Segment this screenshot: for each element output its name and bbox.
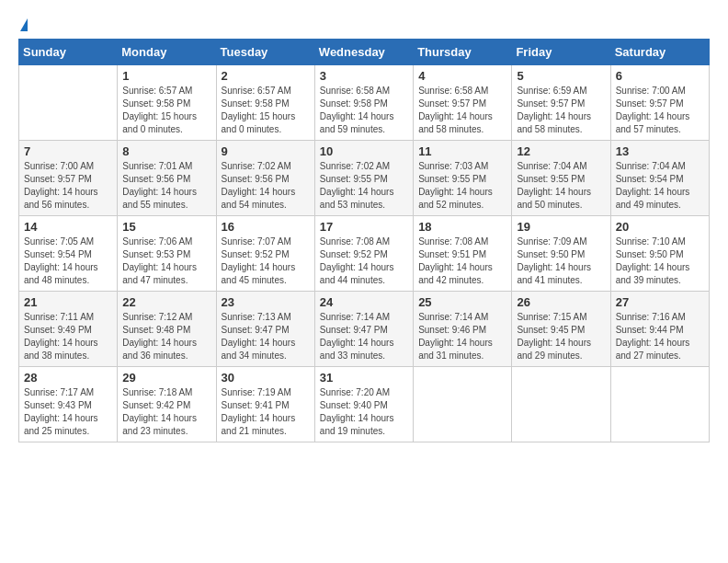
day-info: Sunrise: 7:17 AM Sunset: 9:43 PM Dayligh… bbox=[24, 386, 112, 438]
day-info: Sunrise: 7:06 AM Sunset: 9:53 PM Dayligh… bbox=[122, 236, 210, 287]
day-info: Sunrise: 7:19 AM Sunset: 9:41 PM Dayligh… bbox=[222, 386, 310, 438]
calendar-cell: 2Sunrise: 6:57 AM Sunset: 9:58 PM Daylig… bbox=[216, 65, 314, 141]
day-number: 24 bbox=[320, 295, 408, 309]
calendar-week-row-5: 28Sunrise: 7:17 AM Sunset: 9:43 PM Dayli… bbox=[19, 367, 710, 442]
weekday-header-thursday: Thursday bbox=[414, 40, 512, 65]
day-info: Sunrise: 7:07 AM Sunset: 9:52 PM Dayligh… bbox=[222, 236, 310, 287]
day-info: Sunrise: 6:58 AM Sunset: 9:57 PM Dayligh… bbox=[418, 85, 506, 136]
day-info: Sunrise: 7:11 AM Sunset: 9:49 PM Dayligh… bbox=[24, 311, 112, 362]
day-info: Sunrise: 7:05 AM Sunset: 9:54 PM Dayligh… bbox=[24, 236, 112, 287]
day-number: 30 bbox=[222, 371, 310, 385]
day-info: Sunrise: 7:15 AM Sunset: 9:45 PM Dayligh… bbox=[517, 311, 605, 362]
day-number: 1 bbox=[122, 69, 210, 83]
day-info: Sunrise: 7:02 AM Sunset: 9:56 PM Dayligh… bbox=[222, 160, 310, 212]
calendar-cell: 18Sunrise: 7:08 AM Sunset: 9:51 PM Dayli… bbox=[414, 216, 512, 292]
day-number: 26 bbox=[517, 295, 605, 309]
calendar-cell: 25Sunrise: 7:14 AM Sunset: 9:46 PM Dayli… bbox=[414, 292, 512, 367]
day-number: 11 bbox=[418, 144, 506, 158]
calendar-cell: 11Sunrise: 7:03 AM Sunset: 9:55 PM Dayli… bbox=[414, 141, 512, 216]
weekday-header-monday: Monday bbox=[118, 40, 216, 65]
calendar-week-row-2: 7Sunrise: 7:00 AM Sunset: 9:57 PM Daylig… bbox=[19, 141, 710, 216]
weekday-header-sunday: Sunday bbox=[19, 40, 118, 65]
day-number: 25 bbox=[418, 295, 506, 309]
day-number: 8 bbox=[122, 144, 210, 158]
weekday-header-tuesday: Tuesday bbox=[216, 40, 314, 65]
day-number: 3 bbox=[320, 69, 408, 83]
weekday-header-row: SundayMondayTuesdayWednesdayThursdayFrid… bbox=[19, 40, 710, 65]
calendar-cell: 7Sunrise: 7:00 AM Sunset: 9:57 PM Daylig… bbox=[19, 141, 118, 216]
day-number: 27 bbox=[616, 295, 704, 309]
day-number: 18 bbox=[418, 220, 506, 234]
calendar-cell bbox=[610, 367, 709, 442]
day-number: 13 bbox=[616, 144, 704, 158]
logo bbox=[18, 18, 28, 31]
day-info: Sunrise: 6:57 AM Sunset: 9:58 PM Dayligh… bbox=[222, 85, 310, 136]
day-info: Sunrise: 7:14 AM Sunset: 9:46 PM Dayligh… bbox=[418, 311, 506, 362]
calendar-cell: 24Sunrise: 7:14 AM Sunset: 9:47 PM Dayli… bbox=[314, 292, 413, 367]
day-number: 9 bbox=[222, 144, 310, 158]
calendar-cell: 13Sunrise: 7:04 AM Sunset: 9:54 PM Dayli… bbox=[610, 141, 709, 216]
calendar-cell: 8Sunrise: 7:01 AM Sunset: 9:56 PM Daylig… bbox=[118, 141, 216, 216]
calendar-cell: 27Sunrise: 7:16 AM Sunset: 9:44 PM Dayli… bbox=[610, 292, 709, 367]
day-info: Sunrise: 7:02 AM Sunset: 9:55 PM Dayligh… bbox=[320, 160, 408, 212]
calendar-cell: 23Sunrise: 7:13 AM Sunset: 9:47 PM Dayli… bbox=[216, 292, 314, 367]
day-info: Sunrise: 7:08 AM Sunset: 9:52 PM Dayligh… bbox=[320, 236, 408, 287]
weekday-header-friday: Friday bbox=[512, 40, 610, 65]
calendar-cell: 22Sunrise: 7:12 AM Sunset: 9:48 PM Dayli… bbox=[118, 292, 216, 367]
day-number: 7 bbox=[24, 144, 112, 158]
day-info: Sunrise: 7:00 AM Sunset: 9:57 PM Dayligh… bbox=[24, 160, 112, 212]
calendar-cell: 3Sunrise: 6:58 AM Sunset: 9:58 PM Daylig… bbox=[314, 65, 413, 141]
day-number: 15 bbox=[122, 220, 210, 234]
calendar-cell: 20Sunrise: 7:10 AM Sunset: 9:50 PM Dayli… bbox=[610, 216, 709, 292]
calendar-cell: 26Sunrise: 7:15 AM Sunset: 9:45 PM Dayli… bbox=[512, 292, 610, 367]
calendar-cell: 14Sunrise: 7:05 AM Sunset: 9:54 PM Dayli… bbox=[19, 216, 118, 292]
calendar-cell: 29Sunrise: 7:18 AM Sunset: 9:42 PM Dayli… bbox=[118, 367, 216, 442]
weekday-header-wednesday: Wednesday bbox=[314, 40, 413, 65]
day-number: 19 bbox=[517, 220, 605, 234]
day-info: Sunrise: 7:14 AM Sunset: 9:47 PM Dayligh… bbox=[320, 311, 408, 362]
calendar-cell bbox=[414, 367, 512, 442]
day-number: 6 bbox=[616, 69, 704, 83]
day-number: 17 bbox=[320, 220, 408, 234]
calendar-cell: 9Sunrise: 7:02 AM Sunset: 9:56 PM Daylig… bbox=[216, 141, 314, 216]
calendar-cell: 12Sunrise: 7:04 AM Sunset: 9:55 PM Dayli… bbox=[512, 141, 610, 216]
header-section bbox=[18, 18, 710, 31]
day-number: 20 bbox=[616, 220, 704, 234]
calendar-cell bbox=[512, 367, 610, 442]
day-info: Sunrise: 7:20 AM Sunset: 9:40 PM Dayligh… bbox=[320, 386, 408, 438]
calendar-cell bbox=[19, 65, 118, 141]
day-number: 28 bbox=[24, 371, 112, 385]
day-number: 23 bbox=[222, 295, 310, 309]
day-info: Sunrise: 7:12 AM Sunset: 9:48 PM Dayligh… bbox=[122, 311, 210, 362]
day-number: 2 bbox=[222, 69, 310, 83]
day-info: Sunrise: 7:16 AM Sunset: 9:44 PM Dayligh… bbox=[616, 311, 704, 362]
day-info: Sunrise: 7:08 AM Sunset: 9:51 PM Dayligh… bbox=[418, 236, 506, 287]
day-info: Sunrise: 6:58 AM Sunset: 9:58 PM Dayligh… bbox=[320, 85, 408, 136]
calendar-cell: 17Sunrise: 7:08 AM Sunset: 9:52 PM Dayli… bbox=[314, 216, 413, 292]
calendar-week-row-1: 1Sunrise: 6:57 AM Sunset: 9:58 PM Daylig… bbox=[19, 65, 710, 141]
day-info: Sunrise: 7:00 AM Sunset: 9:57 PM Dayligh… bbox=[616, 85, 704, 136]
logo-triangle-icon bbox=[20, 18, 28, 31]
day-info: Sunrise: 7:09 AM Sunset: 9:50 PM Dayligh… bbox=[517, 236, 605, 287]
day-info: Sunrise: 7:04 AM Sunset: 9:54 PM Dayligh… bbox=[616, 160, 704, 212]
day-info: Sunrise: 6:57 AM Sunset: 9:58 PM Dayligh… bbox=[122, 85, 210, 136]
calendar-table: SundayMondayTuesdayWednesdayThursdayFrid… bbox=[18, 39, 710, 442]
calendar-week-row-4: 21Sunrise: 7:11 AM Sunset: 9:49 PM Dayli… bbox=[19, 292, 710, 367]
day-number: 4 bbox=[418, 69, 506, 83]
day-number: 22 bbox=[122, 295, 210, 309]
day-number: 10 bbox=[320, 144, 408, 158]
day-number: 12 bbox=[517, 144, 605, 158]
day-info: Sunrise: 7:01 AM Sunset: 9:56 PM Dayligh… bbox=[122, 160, 210, 212]
calendar-cell: 28Sunrise: 7:17 AM Sunset: 9:43 PM Dayli… bbox=[19, 367, 118, 442]
calendar-cell: 21Sunrise: 7:11 AM Sunset: 9:49 PM Dayli… bbox=[19, 292, 118, 367]
day-number: 14 bbox=[24, 220, 112, 234]
day-number: 31 bbox=[320, 371, 408, 385]
calendar-cell: 16Sunrise: 7:07 AM Sunset: 9:52 PM Dayli… bbox=[216, 216, 314, 292]
calendar-cell: 4Sunrise: 6:58 AM Sunset: 9:57 PM Daylig… bbox=[414, 65, 512, 141]
calendar-cell: 31Sunrise: 7:20 AM Sunset: 9:40 PM Dayli… bbox=[314, 367, 413, 442]
day-number: 29 bbox=[122, 371, 210, 385]
calendar-cell: 19Sunrise: 7:09 AM Sunset: 9:50 PM Dayli… bbox=[512, 216, 610, 292]
calendar-cell: 10Sunrise: 7:02 AM Sunset: 9:55 PM Dayli… bbox=[314, 141, 413, 216]
calendar-cell: 1Sunrise: 6:57 AM Sunset: 9:58 PM Daylig… bbox=[118, 65, 216, 141]
day-number: 21 bbox=[24, 295, 112, 309]
